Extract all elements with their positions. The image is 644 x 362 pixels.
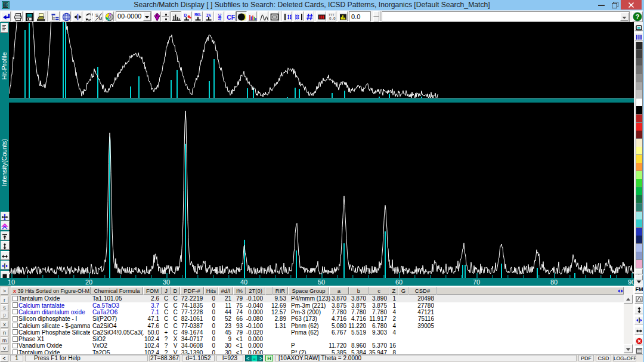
svg-text:?: ?: [635, 13, 639, 20]
svg-text:MKL: MKL: [194, 13, 202, 17]
svg-text:I%: I%: [206, 13, 211, 18]
svg-text:M: M: [99, 17, 103, 21]
svg-text:D: D: [184, 13, 187, 17]
svg-text:ABC: ABC: [218, 14, 222, 21]
svg-text:CF.: CF.: [227, 14, 236, 21]
svg-text:O.O: O.O: [329, 17, 336, 21]
svg-text:S: S: [95, 13, 98, 17]
